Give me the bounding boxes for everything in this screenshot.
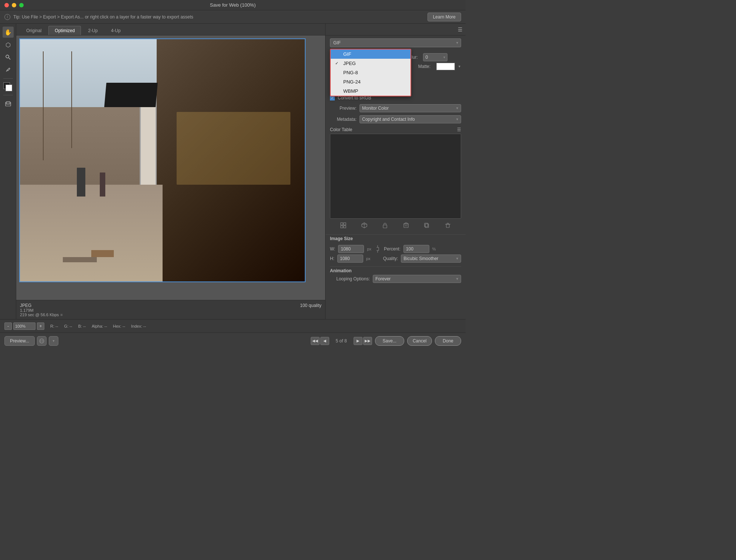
blur-arrow[interactable]: ▼ [442,56,447,59]
color-table-toolbar [330,219,461,232]
color-table-header: Color Table ☰ [330,127,461,132]
image-canvas [16,35,325,300]
zoom-minus-button[interactable]: - [4,322,12,330]
h-px-unit: px [366,256,371,261]
format-select-wrapper: GIF ▼ GIF ✓ JPEG [330,38,461,47]
ct-trash-icon[interactable] [443,221,452,230]
panel-menu-icon[interactable]: ☰ [458,27,463,33]
tip-text: Tip: Use File > Export > Export As... or… [13,14,425,20]
cancel-button[interactable]: Cancel [407,336,432,346]
nav-first-button[interactable]: ◀◀ [311,337,320,345]
percent-unit: % [432,247,436,251]
img-quality-select[interactable]: Bicubic Smoother [401,255,461,263]
canvas-area: Original Optimized 2-Up 4-Up [16,24,325,319]
ct-lock-icon[interactable] [381,221,389,230]
done-button[interactable]: Done [435,336,461,346]
preview-row: Preview: Monitor Color ▼ [326,103,466,114]
svg-point-0 [6,55,9,58]
color-table-area [330,134,461,219]
preview-select-wrapper: Monitor Color ▼ [360,104,461,112]
tab-2up[interactable]: 2-Up [82,26,104,35]
format-dropdown-menu: GIF ✓ JPEG PNG-8 PNG-24 [330,49,411,96]
blur-input-wrapper: ▼ [423,53,447,61]
window-controls[interactable] [4,3,24,7]
learn-more-button[interactable]: Learn More [427,13,461,21]
img-quality-label: Quality: [383,256,398,261]
b-value: -- [83,324,86,328]
select-tool[interactable]: ⬡ [3,39,14,50]
stream-icon: ≡ [60,313,62,317]
background-swatch[interactable] [6,85,12,91]
dropdown-item-png8[interactable]: PNG-8 [331,68,410,77]
tab-optimized[interactable]: Optimized [48,26,81,35]
alpha-label: Alpha: -- [92,324,107,328]
color-swatches[interactable] [3,82,14,92]
info-row3: 219 sec @ 56.6 Kbps ≡ [20,313,321,317]
image-size-label: 1.179M [20,308,34,313]
svg-rect-4 [6,102,10,104]
titlebar: Save for Web (100%) [0,0,466,10]
hex-label: Hex: -- [113,324,125,328]
zoom-tool[interactable] [3,52,14,63]
nav-last-button[interactable]: ▶▶ [363,337,372,345]
h-label: H: [330,256,334,261]
nav-prev-button[interactable]: ◀ [320,337,329,345]
nav-buttons: ◀◀ ◀ [311,337,329,345]
image-preview [20,39,305,281]
zoom-select[interactable]: 100% 50% 200% [13,322,35,330]
matte-arrow[interactable]: ▼ [458,65,461,68]
dropdown-item-png24[interactable]: PNG-24 [331,77,410,86]
color-table-section: Color Table ☰ [326,125,466,234]
image-toggle-tool[interactable] [3,98,14,109]
link-proportions-icon[interactable] [376,245,379,253]
svg-rect-7 [341,226,343,228]
ct-grid-icon[interactable] [339,221,348,230]
left-toolbar: ✋ ⬡ [0,24,16,319]
footer-bar: Preview... ▼ ◀◀ ◀ 5 of 8 ▶ ▶▶ Save... Ca… [0,332,466,347]
dropdown-item-wbmp[interactable]: WBMP [331,86,410,96]
footer-left: Preview... ▼ [4,336,58,346]
hand-tool[interactable]: ✋ [3,27,14,38]
preview-dropdown-arrow[interactable]: ▼ [49,336,58,346]
browser-preview-icon[interactable] [37,336,47,346]
percent-input[interactable] [403,245,429,253]
looping-select[interactable]: Forever [373,275,461,283]
tab-original[interactable]: Original [20,26,48,35]
height-input[interactable] [337,255,363,263]
metadata-select[interactable]: Copyright and Contact Info [360,115,461,123]
svg-rect-5 [341,223,343,225]
maximize-button[interactable] [19,3,24,7]
eyedropper-tool[interactable] [3,64,14,75]
info-row1: JPEG 100 quality [20,303,321,308]
info-icon: i [4,14,10,20]
matte-label: Matte: [418,64,433,69]
toolbar-divider [3,78,13,79]
save-button[interactable]: Save... [375,336,404,346]
dropdown-item-jpeg[interactable]: ✓ JPEG [331,59,410,68]
info-row2: 1.179M [20,308,321,313]
svg-rect-8 [344,226,346,228]
alpha-value: -- [104,324,107,328]
close-button[interactable] [4,3,9,7]
tab-4up[interactable]: 4-Up [105,26,127,35]
ct-cube-icon[interactable] [360,221,369,230]
panel-header: ☰ [326,24,466,35]
pixel-info: R: -- G: -- B: -- Alpha: -- Hex: -- Inde… [50,324,461,328]
ct-delete-icon[interactable] [402,221,410,230]
g-label: G: -- [64,324,72,328]
dropdown-item-gif[interactable]: GIF [331,49,410,59]
preview-select[interactable]: Monitor Color [360,104,461,112]
preview-button[interactable]: Preview... [4,336,35,346]
width-input[interactable] [338,245,364,253]
matte-swatch[interactable] [436,63,455,70]
ct-copy-icon[interactable] [422,221,431,230]
bottom-bar: - 100% 50% 200% + R: -- G: -- B: -- Alph… [0,319,466,332]
nav-next-button[interactable]: ▶ [354,337,362,345]
color-table-menu-icon[interactable]: ☰ [457,127,461,132]
blur-input[interactable] [423,55,442,60]
format-select-trigger[interactable]: GIF [330,38,461,47]
window-title: Save for Web (100%) [210,2,256,8]
metadata-select-wrapper: Copyright and Contact Info ▼ [360,115,461,123]
zoom-plus-button[interactable]: + [37,322,44,330]
minimize-button[interactable] [12,3,16,7]
